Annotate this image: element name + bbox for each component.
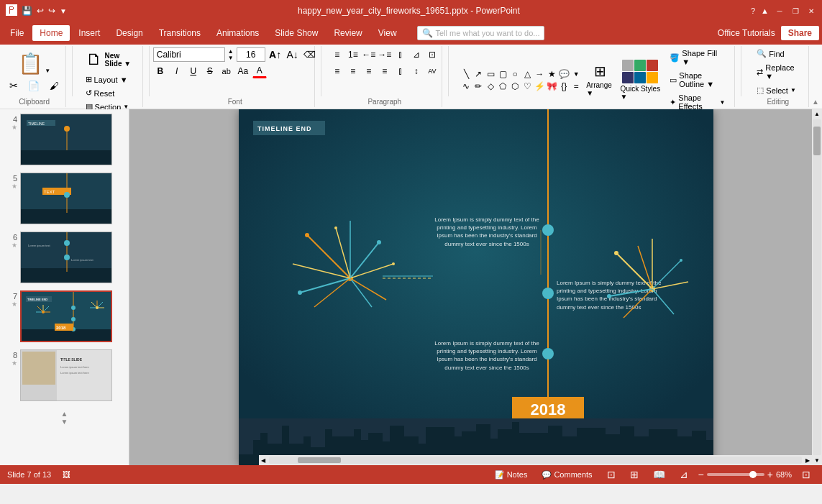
columns2[interactable]: ⫿ [393,64,408,78]
cut-button[interactable]: ✂ [6,78,22,93]
menu-animations[interactable]: Animations [209,25,266,41]
scroll-thumb-right[interactable] [813,127,821,155]
shape-pentagon[interactable]: ⬠ [497,81,508,92]
scroll-left-btn[interactable]: ◀ [259,457,268,464]
view-book-btn[interactable]: 📖 [649,467,670,482]
menu-slideshow[interactable]: Slide Show [268,25,325,41]
slide-thumb-7[interactable]: TIMELINE END 2018 [20,290,112,342]
tell-me-search[interactable]: 🔍 Tell me what you want to do... [417,26,545,40]
shape-lightning[interactable]: ⚡ [534,81,545,92]
underline-button[interactable]: U [186,64,201,78]
text-shadow2[interactable]: AV [425,64,439,78]
scroll-right-btn[interactable]: ▶ [803,457,812,464]
qs-5[interactable] [634,72,646,83]
quick-customize[interactable]: ▼ [60,7,67,15]
qs-3[interactable] [647,60,658,71]
ribbon-collapse-arrow[interactable]: ▲ [812,98,819,106]
slide-item-7[interactable]: 7 ★ TIMELINE END 2018 [3,289,126,344]
menu-transitions[interactable]: Transitions [152,25,208,41]
indent-increase[interactable]: →≡ [378,47,392,62]
view-normal-btn[interactable]: ⊡ [603,467,620,482]
slide-thumb-8[interactable]: TITLE SLIDE Lorem ipsum text here Lorem … [20,349,112,401]
menu-view[interactable]: View [371,25,404,41]
restore-button[interactable]: ❐ [790,6,800,16]
layout-button[interactable]: ⊞ Layout ▼ [82,73,132,86]
menu-design[interactable]: Design [109,25,150,41]
slide-scroll-down[interactable]: ▼ [61,418,68,426]
view-present-btn[interactable]: ⊿ [675,467,693,482]
shadow-button[interactable]: ab [219,64,234,78]
reset-button[interactable]: ↺ Reset [82,87,119,99]
slide-note-icon[interactable]: 🖼 [63,470,70,479]
notes-button[interactable]: 📝 Notes [490,469,532,481]
shape-callout[interactable]: 💬 [558,68,570,80]
font-size-input[interactable] [237,47,265,62]
shape-rtarrow[interactable]: → [534,68,545,80]
qs-2[interactable] [634,60,646,71]
shape-diamond[interactable]: ◇ [485,81,496,92]
comments-button[interactable]: 💬 Comments [537,469,596,481]
quick-undo[interactable]: ↩ [37,6,44,16]
slide-scroll-up[interactable]: ▲ [61,410,68,418]
align-left[interactable]: ≡ [330,64,344,78]
qs-1[interactable] [622,60,634,71]
zoom-slider[interactable] [707,473,764,476]
numbering-button[interactable]: 1≡ [346,47,360,62]
italic-button[interactable]: I [170,64,184,78]
qs-6[interactable] [647,72,658,83]
indent-decrease[interactable]: ←≡ [362,47,376,62]
menu-file[interactable]: File [3,25,31,41]
minimize-button[interactable]: ─ [775,6,785,16]
font-shrink[interactable]: A↓ [286,47,300,62]
qs-4[interactable] [622,72,634,83]
font-size-decrease[interactable]: ▼ [228,55,234,61]
slide-item-5[interactable]: 5 ★ TEXT [3,171,126,226]
zoom-in-btn[interactable]: + [767,469,773,480]
quick-save[interactable]: 💾 [22,6,32,16]
font-size-increase[interactable]: ▲ [228,49,234,55]
shape-triangle[interactable]: △ [521,68,533,80]
shape-hexagon[interactable]: ⬡ [509,81,521,92]
shape-star[interactable]: ★ [546,68,557,80]
shape-arrow[interactable]: ↗ [472,68,484,80]
shape-circle[interactable]: ○ [509,68,521,80]
select-dropdown[interactable]: ▼ [790,87,796,93]
copy-button[interactable]: 📄 [24,78,43,93]
find-button[interactable]: 🔍 Find [753,47,787,60]
text-direction-button[interactable]: ⊿ [409,47,424,62]
font-name-input[interactable] [153,47,225,62]
view-grid-btn[interactable]: ⊞ [626,467,643,482]
menu-home[interactable]: Home [32,25,70,41]
bold-button[interactable]: B [153,64,168,78]
shape-more[interactable]: ▼ [570,68,582,80]
new-slide-button[interactable]: 🗋 New Slide ▼ [82,47,140,72]
paste-dropdown[interactable]: ▼ [45,68,50,74]
case-button[interactable]: Aa [236,64,250,78]
help-icon[interactable]: ? [751,6,755,15]
shape-ribbon[interactable]: 🎀 [546,81,557,92]
shape-rect[interactable]: ▭ [485,68,496,80]
columns-button[interactable]: ⫿ [393,47,408,62]
shape-bracket[interactable]: {} [558,81,570,92]
convert-to-smartart[interactable]: ⊡ [425,47,439,62]
strikethrough-button[interactable]: S [203,64,217,78]
clear-format[interactable]: ⌫ [303,47,317,62]
replace-button[interactable]: ⇄ Replace ▼ [753,62,803,82]
zoom-out-btn[interactable]: − [698,469,704,480]
shape-freeform[interactable]: ✏ [472,81,484,92]
arrange-button[interactable]: Arrange ▼ [586,81,614,97]
scroll-down-btn[interactable]: ▼ [813,456,821,465]
align-justify[interactable]: ≡ [378,64,392,78]
h-scroll-thumb[interactable] [298,457,341,463]
select-button[interactable]: ⬚ Select ▼ [753,84,800,96]
shape-curve[interactable]: ∿ [460,81,472,92]
paste-button[interactable]: 📋 ▼ [14,51,55,77]
slide-item-4[interactable]: 4 ★ TIMELINE [3,112,126,167]
menu-review[interactable]: Review [326,25,369,41]
slide-thumb-5[interactable]: TEXT [20,173,112,224]
shape-effects-dropdown[interactable]: ▼ [720,99,726,106]
quick-redo[interactable]: ↪ [48,6,55,16]
line-spacing[interactable]: ↕ [409,64,424,78]
scroll-up-btn[interactable]: ▲ [813,109,821,119]
slide-thumb-4[interactable]: TIMELINE [20,114,112,165]
